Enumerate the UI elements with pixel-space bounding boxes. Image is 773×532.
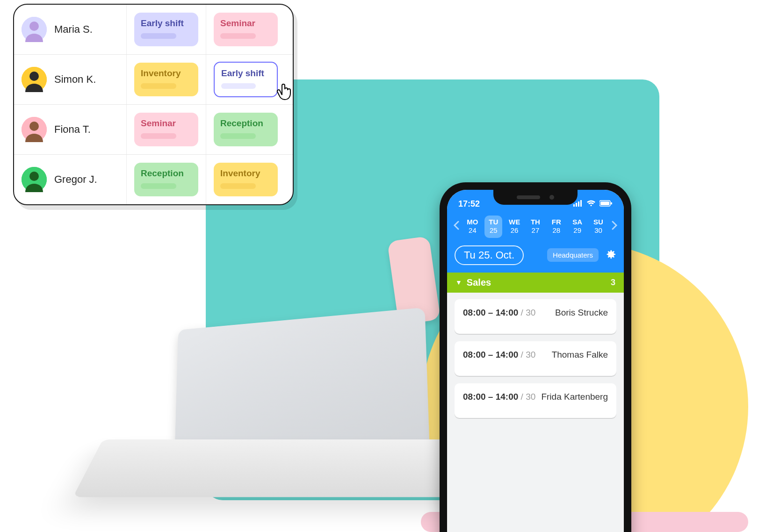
shift-label: Inventory bbox=[220, 168, 271, 179]
shift-card[interactable]: Early shift bbox=[134, 13, 198, 46]
day-tab-selected[interactable]: TU25 bbox=[484, 216, 502, 238]
avatar bbox=[22, 67, 47, 92]
shift-card[interactable]: Seminar bbox=[134, 113, 198, 146]
shift-person: Frida Kartenberg bbox=[541, 392, 608, 402]
shift-bar-icon bbox=[220, 133, 256, 139]
schedule-row: Simon K. Inventory Early shift bbox=[14, 54, 293, 104]
next-week-button[interactable] bbox=[608, 221, 621, 233]
shift-bar-icon bbox=[221, 83, 256, 89]
gear-icon[interactable] bbox=[604, 248, 616, 262]
shift-card[interactable]: Seminar bbox=[214, 13, 278, 46]
svg-rect-8 bbox=[573, 204, 575, 207]
shift-bar-icon bbox=[141, 33, 176, 39]
shift-label: Reception bbox=[141, 168, 192, 179]
shift-bar-icon bbox=[220, 183, 256, 189]
shift-card[interactable]: Inventory bbox=[214, 163, 278, 196]
shift-label: Reception bbox=[220, 118, 271, 129]
section-title: Sales bbox=[467, 277, 491, 288]
shift-card[interactable]: Reception bbox=[134, 163, 198, 196]
svg-rect-10 bbox=[578, 201, 579, 207]
employee-name: Gregor J. bbox=[54, 173, 97, 186]
employee-name: Simon K. bbox=[54, 73, 96, 86]
battery-icon bbox=[600, 200, 613, 208]
svg-rect-11 bbox=[580, 200, 582, 207]
day-tab[interactable]: SA29 bbox=[569, 216, 586, 238]
schedule-row: Fiona T. Seminar Reception bbox=[14, 104, 293, 154]
svg-point-1 bbox=[29, 22, 39, 31]
avatar bbox=[22, 17, 47, 42]
day-tab[interactable]: SU30 bbox=[589, 216, 607, 238]
shift-bar-icon bbox=[141, 133, 176, 139]
week-navigator: MO24 TU25 WE26 TH27 FR28 SA29 SU30 bbox=[447, 213, 624, 241]
wifi-icon bbox=[586, 200, 596, 208]
shift-entry[interactable]: 08:00 – 14:00 / 30 Frida Kartenberg bbox=[455, 383, 616, 418]
shift-person: Thomas Falke bbox=[552, 350, 608, 360]
avatar bbox=[22, 167, 47, 192]
phone-mockup: 17:52 MO24 bbox=[440, 182, 631, 532]
employee-name: Maria S. bbox=[54, 23, 93, 36]
svg-point-3 bbox=[29, 72, 39, 81]
shift-person: Boris Strucke bbox=[555, 308, 608, 318]
shift-card[interactable]: Reception bbox=[214, 113, 278, 146]
day-tab[interactable]: FR28 bbox=[548, 216, 565, 238]
status-time: 17:52 bbox=[458, 199, 480, 209]
shift-card-highlighted[interactable]: Early shift bbox=[214, 62, 278, 97]
phone-notch bbox=[493, 190, 578, 205]
schedule-panel: Maria S. Early shift Seminar Simon K. In… bbox=[13, 4, 294, 205]
shift-card[interactable]: Inventory bbox=[134, 63, 198, 96]
location-button[interactable]: Headquaters bbox=[547, 248, 599, 262]
employee-name: Fiona T. bbox=[54, 123, 91, 136]
day-tab[interactable]: TH27 bbox=[527, 216, 544, 238]
shift-label: Seminar bbox=[141, 118, 192, 129]
shift-label: Seminar bbox=[220, 18, 271, 29]
day-tab[interactable]: WE26 bbox=[506, 216, 523, 238]
svg-rect-14 bbox=[611, 202, 612, 204]
shift-label: Inventory bbox=[141, 68, 192, 79]
avatar bbox=[22, 117, 47, 142]
laptop-prop bbox=[103, 318, 468, 532]
shift-bar-icon bbox=[141, 183, 176, 189]
svg-point-5 bbox=[29, 122, 39, 131]
triangle-down-icon: ▼ bbox=[455, 279, 462, 286]
cursor-pointer-icon bbox=[275, 81, 293, 103]
shift-entry[interactable]: 08:00 – 14:00 / 30 Boris Strucke bbox=[455, 299, 616, 334]
svg-rect-13 bbox=[600, 201, 609, 205]
shift-entries: 08:00 – 14:00 / 30 Boris Strucke 08:00 –… bbox=[447, 293, 624, 424]
schedule-row: Gregor J. Reception Inventory bbox=[14, 154, 293, 204]
svg-point-7 bbox=[29, 172, 39, 181]
day-tab[interactable]: MO24 bbox=[463, 216, 481, 238]
shift-bar-icon bbox=[141, 83, 176, 89]
shift-label: Early shift bbox=[221, 68, 270, 79]
shift-entry[interactable]: 08:00 – 14:00 / 30 Thomas Falke bbox=[455, 341, 616, 376]
shift-bar-icon bbox=[220, 33, 256, 39]
section-count: 3 bbox=[611, 278, 615, 288]
section-header[interactable]: ▼ Sales 3 bbox=[447, 273, 624, 293]
prev-week-button[interactable] bbox=[450, 221, 463, 233]
svg-rect-9 bbox=[576, 203, 577, 207]
date-picker-button[interactable]: Tu 25. Oct. bbox=[455, 245, 524, 265]
schedule-row: Maria S. Early shift Seminar bbox=[14, 5, 293, 54]
shift-label: Early shift bbox=[141, 18, 192, 29]
